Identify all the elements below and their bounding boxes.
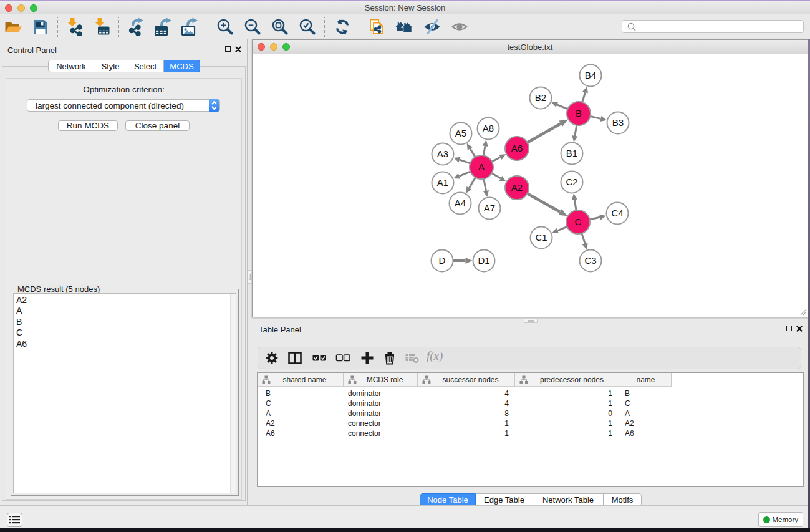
svg-text:B3: B3 — [612, 117, 624, 128]
svg-text:D: D — [439, 255, 446, 266]
svg-text:A6: A6 — [511, 143, 523, 153]
svg-text:A: A — [478, 162, 485, 172]
svg-text:B1: B1 — [566, 148, 577, 158]
svg-text:D1: D1 — [478, 255, 489, 266]
svg-text:C: C — [575, 216, 582, 227]
svg-text:A3: A3 — [437, 148, 448, 159]
svg-text:A2: A2 — [511, 182, 523, 193]
svg-text:B4: B4 — [585, 70, 596, 80]
svg-text:B2: B2 — [535, 92, 546, 103]
svg-text:C3: C3 — [584, 255, 596, 266]
svg-text:C4: C4 — [611, 208, 623, 218]
svg-text:A1: A1 — [437, 177, 448, 188]
svg-text:A5: A5 — [455, 128, 466, 138]
svg-text:A8: A8 — [483, 123, 494, 133]
svg-text:C2: C2 — [566, 177, 577, 187]
svg-text:C1: C1 — [535, 232, 547, 243]
svg-text:A7: A7 — [484, 203, 495, 213]
svg-text:B: B — [576, 108, 582, 118]
svg-text:A4: A4 — [455, 198, 466, 208]
